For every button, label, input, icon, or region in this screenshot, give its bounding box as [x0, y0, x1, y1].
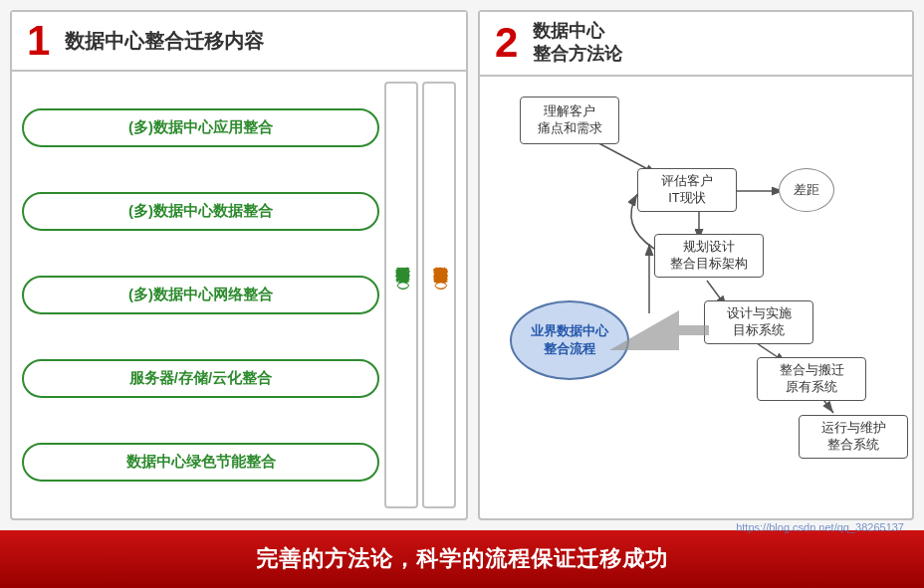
main-container: 1 数据中心整合迁移内容 (多)数据中心应用整合(多)数据中心数据整合(多)数据… [0, 0, 924, 588]
flow-container: 理解客户痛点和需求 评估客户IT现状 差距 规划设计整合目标架构 [490, 87, 902, 508]
flow-diff: 差距 [779, 168, 834, 212]
left-header-title: 数据中心整合迁移内容 [65, 28, 264, 55]
right-header-title: 数据中心整合方法论 [533, 20, 622, 67]
svg-marker-8 [609, 310, 709, 350]
oval-item: (多)数据中心网络整合 [22, 276, 379, 314]
flow-step-1: 理解客户痛点和需求 [520, 97, 619, 144]
flow-step-4: 设计与实施目标系统 [704, 300, 813, 344]
flow-step-3: 规划设计整合目标架构 [654, 234, 764, 278]
right-columns: （多）数据中心安全整合 （多）数据中心运营运维管理整合 [384, 82, 456, 508]
right-panel: 2 数据中心整合方法论 [478, 10, 914, 520]
vertical-label-security: （多）数据中心安全整合 [384, 82, 418, 508]
vertical-label-ops: （多）数据中心运营运维管理整合 [422, 82, 456, 508]
right-body: 理解客户痛点和需求 评估客户IT现状 差距 规划设计整合目标架构 [480, 77, 912, 518]
oval-item: 服务器/存储/云化整合 [22, 359, 379, 398]
flow-step-2: 评估客户IT现状 [637, 168, 737, 212]
right-number-badge: 2 [495, 22, 518, 64]
content-area: 1 数据中心整合迁移内容 (多)数据中心应用整合(多)数据中心数据整合(多)数据… [0, 0, 924, 530]
watermark: https://blog.csdn.net/qq_38265137 [736, 521, 904, 533]
left-panel: 1 数据中心整合迁移内容 (多)数据中心应用整合(多)数据中心数据整合(多)数据… [10, 10, 468, 520]
left-number-badge: 1 [27, 20, 50, 62]
right-header: 2 数据中心整合方法论 [480, 12, 912, 77]
big-arrow-svg [609, 310, 709, 360]
left-header: 1 数据中心整合迁移内容 [12, 12, 466, 72]
oval-item: (多)数据中心数据整合 [22, 192, 379, 231]
bottom-banner: 完善的方法论，科学的流程保证迁移成功 [0, 530, 924, 588]
feedback-arrow-svg [634, 234, 664, 313]
oval-list: (多)数据中心应用整合(多)数据中心数据整合(多)数据中心网络整合服务器/存储/… [22, 82, 379, 508]
left-body: (多)数据中心应用整合(多)数据中心数据整合(多)数据中心网络整合服务器/存储/… [12, 72, 466, 518]
oval-item: (多)数据中心应用整合 [22, 108, 379, 147]
bottom-banner-text: 完善的方法论，科学的流程保证迁移成功 [256, 546, 668, 571]
flow-step-6: 运行与维护整合系统 [799, 415, 908, 459]
flow-step-5: 整合与搬迁原有系统 [757, 357, 866, 401]
oval-item: 数据中心绿色节能整合 [22, 443, 379, 482]
